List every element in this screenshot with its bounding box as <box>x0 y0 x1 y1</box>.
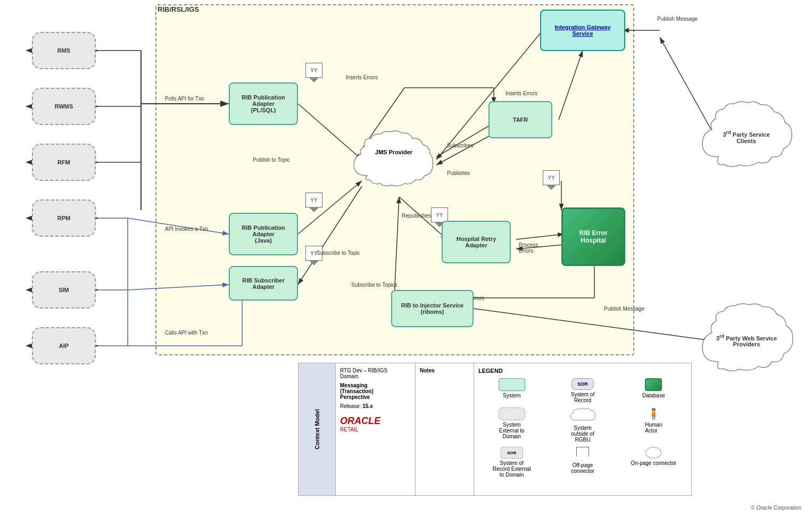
igs-link[interactable]: Integration GatewayService <box>554 24 610 37</box>
publish-message-top: Publish Message <box>657 16 698 22</box>
legend-system-icon <box>499 378 525 391</box>
notes-section: Notes <box>416 363 474 495</box>
ext-box-rpm: RPM <box>32 199 96 237</box>
yy-connector-1: YY <box>305 63 322 78</box>
inserts-errors-2-label: Inserts Errors <box>506 90 537 96</box>
legend-sor-icon: SOR <box>571 378 594 390</box>
legend-grid: System SOR System ofRecord Database Syst… <box>478 378 687 478</box>
oracle-logo: ORACLE RETAIL <box>340 415 411 432</box>
party-web-service-providers-label: 3rd Party Web ServiceProviders <box>711 328 782 353</box>
legend-sor: SOR System ofRecord <box>549 378 616 403</box>
rib-sub-adapter: RIB SubscriberAdapter <box>229 266 298 301</box>
polls-api-label: Polls API for Txn <box>165 96 204 102</box>
rib-pub-java: RIB PublicationAdapter(Java) <box>229 213 298 255</box>
yy-connector-5: YY <box>431 207 448 222</box>
republishes-label: Republishes <box>402 213 431 219</box>
process-errors-label: ProcessErrors <box>519 242 538 254</box>
hospital-retry-adapter: Hospital RetryAdapter <box>442 221 511 263</box>
publish-topic-label: Publish to Topic <box>253 157 290 163</box>
legend-database: Database <box>620 378 687 403</box>
legend-outside-rgbu: Systemoutside ofRGBU <box>549 407 616 443</box>
legend-db-icon <box>645 378 662 391</box>
ext-box-sim: SIM <box>32 271 96 309</box>
igs-box[interactable]: Integration GatewayService <box>540 10 625 51</box>
subscribes-label: Subscribes <box>447 143 473 148</box>
subscribe-topics-label: Subscribe to Topics <box>351 282 397 288</box>
legend-sor-ext-icon: SOR <box>501 447 523 459</box>
legend-items-section: LEGEND System SOR System ofRecord Databa… <box>474 363 691 495</box>
context-model-label: Context Model <box>314 409 320 450</box>
party-service-clients-label: 3rd Party ServiceClients <box>717 124 775 149</box>
jms-provider: JMS Provider <box>351 128 436 197</box>
copyright: © Oracle Corporation <box>751 505 801 511</box>
messaging-label: Messaging(Transaction)Perspective <box>340 382 411 400</box>
legend-human: 🧍 HumanActor <box>620 407 687 443</box>
yy-connector-2: YY <box>305 193 322 207</box>
main-canvas: RIB/RSL/IGS <box>0 0 812 516</box>
context-model-section: Context Model <box>299 363 336 495</box>
legend-human-icon: 🧍 <box>647 407 660 420</box>
legend-box: Context Model RTG Dev – RIB/IGSDomain Me… <box>298 363 692 496</box>
publishes-label: Publishes <box>447 170 470 176</box>
party-service-clients: 3rd Party ServiceClients <box>697 98 796 176</box>
legend-cloud-icon <box>569 407 596 423</box>
legend-onpage: On-page connector <box>620 447 687 478</box>
calls-api-label: Calls API with Txn <box>165 330 208 336</box>
ext-box-rfm: RFM <box>32 144 96 181</box>
ext-box-rwms: RWMS <box>32 88 96 125</box>
rtg-dev-section: RTG Dev – RIB/IGSDomain Messaging(Transa… <box>336 363 416 495</box>
party-web-service-providers: 3rd Party Web ServiceProviders <box>696 301 797 380</box>
rib-error-hospital: RIB ErrorHospital <box>561 207 625 266</box>
publish-message-bot: Publish Message <box>604 306 644 312</box>
legend-offpage-icon <box>576 447 589 461</box>
notes-label: Notes <box>420 368 469 373</box>
legend-title: LEGEND <box>478 368 687 374</box>
rib-injector-service: RIB to Injector Service(riboms) <box>391 290 474 327</box>
legend-ext-icon <box>499 407 525 420</box>
legend-sor-ext: SOR System ofRecord Externalto Domain <box>478 447 545 478</box>
rtg-dev-label: RTG Dev – RIB/IGSDomain <box>340 368 411 379</box>
rib-pub-plsql: RIB PublicationAdapter(PL/SQL) <box>229 82 298 125</box>
subscribe-topic-label: Subscribe to Topic <box>317 250 360 256</box>
ext-box-rms: RMS <box>32 32 96 69</box>
api-invokes-label: API Invokes a Txn <box>165 226 208 232</box>
ext-box-aip: AIP <box>32 327 96 364</box>
tafr-box: TAFR <box>488 101 552 138</box>
yy-connector-4: YY <box>543 170 560 185</box>
legend-ext-domain: SystemExternal toDomain <box>478 407 545 443</box>
legend-onpage-icon <box>645 447 661 459</box>
legend-system: System <box>478 378 545 403</box>
jms-provider-label: JMS Provider <box>357 144 431 161</box>
inserts-errors-1-label: Inserts Errors <box>346 74 378 80</box>
legend-offpage: Off-pageconnector <box>549 447 616 478</box>
release-label: Release: 15.x <box>340 403 411 409</box>
rib-outer-label: RIB/RSL/IGS <box>158 5 199 13</box>
